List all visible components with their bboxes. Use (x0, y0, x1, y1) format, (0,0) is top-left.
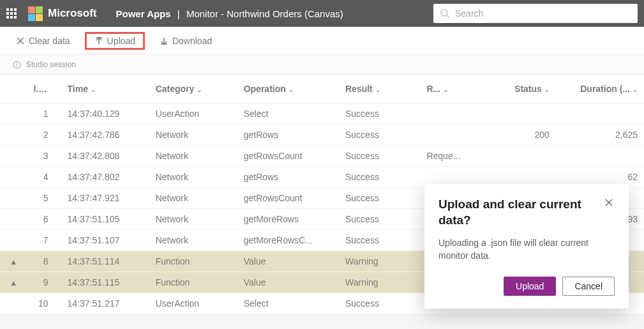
cell-time: 14:37:42.786 (61, 124, 149, 145)
cell-result: Success (339, 293, 420, 314)
cell-operation: getRowsCount (237, 145, 339, 166)
cell-result: Warning (339, 250, 420, 272)
col-time[interactable]: Time⌄ (61, 75, 149, 103)
cell-status (488, 103, 556, 124)
upload-button[interactable]: Upload (85, 32, 145, 50)
cell-time: 14:37:47.921 (61, 187, 149, 208)
app-breadcrumb: Power Apps | Monitor - Northwind Orders … (116, 8, 343, 19)
chevron-down-icon: ⌄ (375, 86, 380, 93)
cell-operation: Select (237, 293, 339, 314)
app-name[interactable]: Power Apps (116, 8, 171, 19)
cell-time: 14:37:47.802 (61, 166, 149, 187)
top-bar: Microsoft Power Apps | Monitor - Northwi… (0, 0, 644, 27)
dialog-upload-button[interactable]: Upload (504, 277, 556, 296)
cell-id: 10 (27, 293, 61, 314)
brand-text: Microsoft (48, 7, 97, 20)
download-label: Download (172, 36, 212, 46)
cell-result: Success (339, 145, 420, 166)
cell-operation: getRows (237, 124, 339, 145)
svg-point-10 (17, 63, 17, 63)
cell-operation: getMoreRowsC... (237, 229, 339, 250)
col-result[interactable]: Result⌄ (339, 75, 420, 103)
cell-time: 14:37:40.129 (61, 103, 149, 124)
svg-line-1 (447, 15, 449, 18)
col-id[interactable]: I..⌄ (27, 75, 61, 103)
upload-confirm-dialog: Upload and clear current data? Uploading… (424, 184, 629, 309)
cell-status: 200 (488, 124, 556, 145)
table-row[interactable]: 2 14:37:42.786 Network getRows Success 2… (0, 124, 644, 145)
warning-icon: ▲ (10, 257, 17, 266)
close-icon (16, 36, 25, 45)
dialog-cancel-button[interactable]: Cancel (562, 277, 615, 296)
chevron-down-icon: ⌄ (544, 86, 550, 93)
cell-status (488, 145, 556, 166)
dialog-close-button[interactable] (603, 197, 615, 211)
search-icon (440, 8, 450, 19)
cell-id: 3 (27, 145, 61, 166)
table-row[interactable]: 3 14:37:42.808 Network getRowsCount Succ… (0, 145, 644, 166)
cell-duration (556, 103, 644, 124)
dialog-title: Upload and clear current data? (438, 197, 592, 228)
col-status[interactable]: Status⌄ (488, 75, 556, 103)
chevron-down-icon: ⌄ (197, 86, 202, 93)
cell-category: Network (149, 145, 237, 166)
cell-category: Function (149, 250, 237, 272)
search-input[interactable] (455, 8, 631, 19)
cell-operation: getMoreRows (237, 208, 339, 229)
svg-point-0 (441, 10, 447, 16)
cell-duration: 2,625 (556, 124, 644, 145)
session-label: Studio session (26, 60, 76, 69)
cell-category: Network (149, 187, 237, 208)
cell-id: 9 (27, 272, 61, 293)
cell-id: 4 (27, 166, 61, 187)
cell-id: 6 (27, 208, 61, 229)
cell-operation: getRows (237, 166, 339, 187)
cell-operation: Value (237, 250, 339, 272)
info-icon (13, 61, 21, 69)
cell-category: Network (149, 124, 237, 145)
col-operation[interactable]: Operation⌄ (237, 75, 339, 103)
cell-id: 8 (27, 250, 61, 272)
col-r[interactable]: R...⌄ (420, 75, 488, 103)
microsoft-logo[interactable]: Microsoft (28, 6, 97, 21)
chevron-down-icon: ⌄ (633, 86, 638, 93)
cell-result: Success (339, 166, 420, 187)
col-duration[interactable]: Duration (...⌄ (556, 75, 644, 103)
chevron-down-icon: ⌄ (91, 86, 96, 93)
dialog-actions: Upload Cancel (438, 277, 615, 296)
col-category[interactable]: Category⌄ (149, 75, 237, 103)
upload-label: Upload (107, 36, 135, 46)
chevron-down-icon: ⌄ (443, 86, 448, 93)
cell-r (420, 103, 488, 124)
download-button[interactable]: Download (156, 34, 215, 47)
cell-id: 2 (27, 124, 61, 145)
search-box[interactable] (433, 4, 638, 23)
cell-category: UserAction (149, 103, 237, 124)
table-row[interactable]: 1 14:37:40.129 UserAction Select Success (0, 103, 644, 124)
clear-data-button[interactable]: Clear data (13, 34, 73, 47)
cell-operation: Select (237, 103, 339, 124)
warning-icon: ▲ (10, 279, 17, 287)
cell-duration (556, 145, 644, 166)
clear-data-label: Clear data (29, 36, 70, 46)
command-bar: Clear data Upload Download (0, 27, 644, 55)
cell-result: Success (339, 187, 420, 208)
cell-time: 14:37:51.114 (61, 250, 149, 272)
cell-time: 14:37:51.217 (61, 293, 149, 314)
cell-time: 14:37:51.107 (61, 229, 149, 250)
waffle-icon[interactable] (6, 8, 17, 19)
cell-operation: Value (237, 272, 339, 293)
cell-category: Network (149, 166, 237, 187)
col-warn[interactable] (0, 75, 27, 103)
cell-operation: getRowsCount (237, 187, 339, 208)
dialog-body: Uploading a .json file will clear curren… (438, 237, 615, 262)
cell-r: Reque... (420, 145, 488, 166)
cell-id: 7 (27, 229, 61, 250)
cell-id: 5 (27, 187, 61, 208)
microsoft-logo-icon (28, 6, 43, 21)
session-bar: Studio session (0, 55, 644, 75)
cell-result: Success (339, 103, 420, 124)
cell-category: Network (149, 208, 237, 229)
cell-id: 1 (27, 103, 61, 124)
page-title: Monitor - Northwind Orders (Canvas) (186, 8, 343, 19)
